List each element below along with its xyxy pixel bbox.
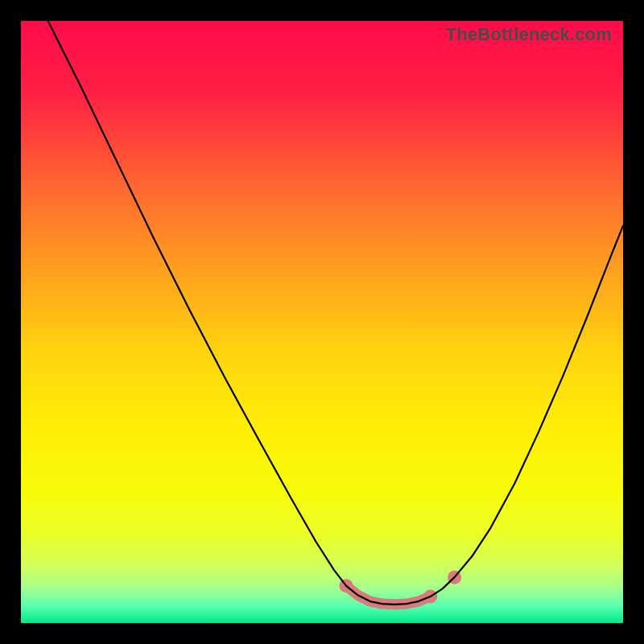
bottleneck-curve (48, 21, 623, 605)
watermark-text: TheBottleneck.com (446, 24, 612, 45)
plot-area: TheBottleneck.com (21, 21, 623, 623)
chart-frame: TheBottleneck.com (0, 0, 644, 644)
chart-svg (21, 21, 623, 623)
